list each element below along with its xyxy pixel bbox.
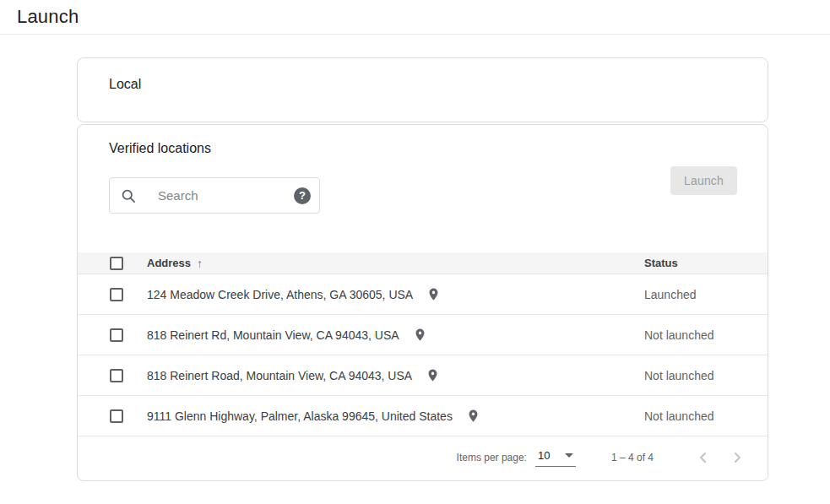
status-cell: Launched — [644, 288, 768, 301]
help-icon[interactable]: ? — [294, 187, 311, 204]
chevron-left-icon — [695, 449, 712, 466]
status-cell: Not launched — [644, 409, 768, 423]
chevron-right-icon — [729, 449, 746, 466]
map-pin-icon — [426, 368, 440, 382]
items-per-page-label: Items per page: — [457, 452, 527, 463]
select-all-checkbox[interactable] — [110, 257, 123, 270]
map-pin-icon — [466, 409, 480, 423]
address-text: 818 Reinert Road, Mountain View, CA 9404… — [147, 369, 412, 382]
verified-locations-table: Address ↑ Status 124 Meadow Creek Drive,… — [78, 252, 768, 436]
page-range-label: 1 – 4 of 4 — [611, 452, 654, 463]
sort-ascending-icon: ↑ — [197, 257, 203, 270]
row-checkbox[interactable] — [110, 288, 123, 301]
row-checkbox-cell — [78, 409, 147, 423]
table-row: 124 Meadow Creek Drive, Athens, GA 30605… — [78, 274, 768, 315]
address-text: 124 Meadow Creek Drive, Athens, GA 30605… — [147, 288, 413, 301]
status-cell: Not launched — [644, 328, 768, 342]
map-pin-icon — [413, 328, 427, 342]
items-per-page-select[interactable]: 10 — [535, 448, 576, 467]
status-text: Not launched — [644, 409, 714, 423]
next-page-button[interactable] — [727, 447, 747, 468]
paginator: Items per page: 10 1 – 4 of 4 — [78, 435, 768, 480]
verified-locations-card: Verified locations ? Launch Address ↑ St… — [77, 124, 768, 481]
table-row: 818 Reinert Road, Mountain View, CA 9404… — [78, 355, 768, 396]
row-checkbox-cell — [78, 369, 147, 382]
launch-button[interactable]: Launch — [670, 166, 737, 195]
status-text: Not launched — [644, 328, 714, 342]
page-title: Launch — [17, 6, 79, 28]
row-checkbox-cell — [78, 328, 147, 342]
table-header-row: Address ↑ Status — [78, 252, 768, 274]
status-text: Launched — [644, 288, 697, 301]
local-card: Local — [77, 57, 768, 122]
items-per-page-value: 10 — [538, 449, 550, 462]
table-row: 9111 Glenn Highway, Palmer, Alaska 99645… — [78, 396, 768, 436]
row-checkbox-cell — [78, 288, 147, 301]
row-checkbox[interactable] — [110, 328, 123, 342]
table-row: 818 Reinert Rd, Mountain View, CA 94043,… — [78, 315, 768, 355]
address-cell: 818 Reinert Rd, Mountain View, CA 94043,… — [147, 328, 644, 342]
header-checkbox-cell — [78, 257, 147, 270]
status-column-header: Status — [644, 257, 768, 269]
address-cell: 818 Reinert Road, Mountain View, CA 9404… — [147, 368, 644, 382]
previous-page-button[interactable] — [693, 447, 713, 468]
status-text: Not launched — [644, 369, 714, 382]
search-input[interactable] — [156, 187, 294, 203]
address-cell: 9111 Glenn Highway, Palmer, Alaska 99645… — [147, 409, 644, 423]
page-header: Launch — [0, 0, 830, 35]
table-body: 124 Meadow Creek Drive, Athens, GA 30605… — [78, 274, 768, 436]
row-checkbox[interactable] — [110, 369, 123, 382]
address-text: 9111 Glenn Highway, Palmer, Alaska 99645… — [147, 409, 453, 423]
dropdown-arrow-icon — [565, 453, 573, 458]
status-cell: Not launched — [644, 369, 768, 382]
address-text: 818 Reinert Rd, Mountain View, CA 94043,… — [147, 328, 399, 342]
address-column-header[interactable]: Address ↑ — [147, 257, 644, 270]
search-icon — [120, 187, 137, 204]
local-card-title: Local — [109, 77, 141, 92]
row-checkbox[interactable] — [110, 409, 123, 423]
search-box[interactable]: ? — [109, 177, 320, 214]
verified-locations-title: Verified locations — [109, 141, 211, 156]
address-column-label: Address — [147, 257, 191, 269]
map-pin-icon — [426, 287, 441, 301]
address-cell: 124 Meadow Creek Drive, Athens, GA 30605… — [147, 287, 644, 301]
status-column-label: Status — [644, 257, 678, 269]
